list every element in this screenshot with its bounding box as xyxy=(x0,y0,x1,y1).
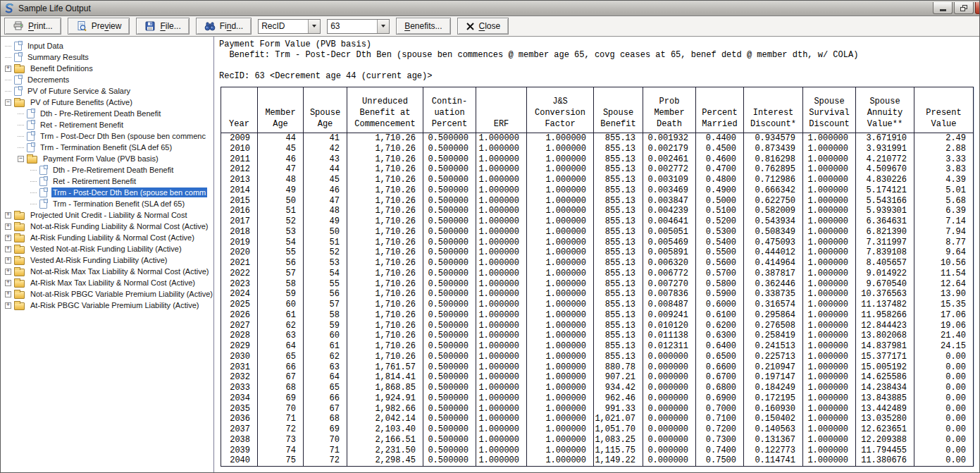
tree-item-label: Vested At-Risk Funding Liability (Active… xyxy=(29,255,168,265)
table-cell: 9.670540 xyxy=(856,279,914,290)
table-cell: 64 xyxy=(258,341,304,352)
table-cell: 1.000000 xyxy=(476,372,527,383)
table-cell: 855.13 xyxy=(594,164,643,175)
table-row: 201954511,710.260.5000001.0000001.000000… xyxy=(221,238,974,248)
tree-item[interactable]: Trm - Post-Decr Dth Ben (spouse ben comm xyxy=(2,187,213,198)
tree-item[interactable]: +Vested Not-at-Risk Funding Liability (A… xyxy=(2,243,213,254)
table-cell: 12.209388 xyxy=(856,435,914,446)
table-cell: 0.762895 xyxy=(744,164,803,175)
table-cell: 1.000000 xyxy=(803,175,856,185)
minimize-button[interactable] xyxy=(933,2,953,14)
collapse-icon[interactable]: − xyxy=(18,156,24,162)
expand-icon[interactable]: + xyxy=(5,246,11,252)
tree-item[interactable]: +At-Risk PBGC Variable Premium Liability… xyxy=(2,300,213,311)
tree-item[interactable]: Decrements xyxy=(2,74,213,85)
table-cell: 0.122773 xyxy=(744,446,803,456)
tree-item[interactable]: Input Data xyxy=(2,40,213,51)
dropdown-arrow-icon[interactable] xyxy=(308,20,320,33)
table-cell: 1,710.26 xyxy=(347,144,423,154)
tree-item[interactable]: +Not-at-Risk Max Tax Liability & Normal … xyxy=(2,266,213,277)
expand-icon[interactable]: + xyxy=(5,235,11,241)
folder-icon xyxy=(14,246,25,254)
tree-item[interactable]: Trm - Termination Benefit (SLA def 65) xyxy=(2,142,213,153)
table-cell: 17.06 xyxy=(914,310,974,321)
table-cell: 49 xyxy=(258,185,304,196)
column-header: ProbMemberDeath xyxy=(643,87,696,133)
expand-icon[interactable]: + xyxy=(5,212,11,219)
expand-icon[interactable]: + xyxy=(5,269,11,275)
benefits-button[interactable]: Benefits... xyxy=(396,18,450,35)
table-cell: 1.000000 xyxy=(803,352,856,362)
tree-item[interactable]: Trm - Termination Benefit (SLA def 65) xyxy=(2,198,213,209)
table-cell: 0.5400 xyxy=(696,238,744,248)
tree-item[interactable]: −PV of Future Benefits (Active) xyxy=(2,97,213,108)
preview-button[interactable]: Preview xyxy=(68,18,130,35)
printer-icon xyxy=(13,20,24,32)
restore-icon xyxy=(960,5,967,11)
table-cell: 0.712986 xyxy=(744,175,803,185)
tree-item[interactable]: +At-Risk Funding Liability & Normal Cost… xyxy=(2,232,213,243)
payment-form-value-table: YearMemberAgeSpouseAgeUnreducedBenefit a… xyxy=(221,87,974,467)
table-cell: 1.000000 xyxy=(527,404,594,414)
expand-icon[interactable]: + xyxy=(5,66,11,72)
table-cell: 8.405657 xyxy=(856,258,914,269)
table-cell: 66 xyxy=(304,393,347,404)
table-cell: 7.839108 xyxy=(856,247,914,258)
table-cell: 0.500000 xyxy=(423,321,476,331)
table-row: 202661581,710.260.5000001.0000001.000000… xyxy=(221,310,974,321)
table-cell: 2011 xyxy=(221,154,258,165)
tree-item[interactable]: +Vested At-Risk Funding Liability (Activ… xyxy=(2,254,213,266)
tree-item[interactable]: Ret - Retirement Benefit xyxy=(2,119,213,130)
folder-icon xyxy=(14,223,25,231)
table-row: 203671682,042.140.5000001.0000001.000000… xyxy=(221,414,974,424)
tree-item[interactable]: +At-Risk Max Tax Liability & Normal Cost… xyxy=(2,277,213,288)
table-cell: 1,710.26 xyxy=(347,206,423,216)
table-cell: 1.000000 xyxy=(476,227,527,238)
collapse-icon[interactable]: − xyxy=(5,99,11,106)
tree-item[interactable]: Dth - Pre-Retirement Death Benefit xyxy=(2,164,213,176)
restore-button[interactable] xyxy=(954,2,974,14)
close-button[interactable] xyxy=(975,2,979,14)
recid-value-combo[interactable]: 63 xyxy=(327,19,390,34)
tree-item[interactable]: +Benefit Definitions xyxy=(2,63,213,74)
tree-item[interactable]: +Not-at-Risk PBGC Variable Premium Liabi… xyxy=(2,288,213,300)
table-cell: 0.4900 xyxy=(696,185,744,196)
tree-item[interactable]: PV of Future Service & Salary xyxy=(2,85,213,97)
find-button[interactable]: Find... xyxy=(196,18,252,35)
expand-icon[interactable]: + xyxy=(5,291,11,297)
expand-icon[interactable]: + xyxy=(5,280,11,286)
tree-item-label: Input Data xyxy=(26,41,65,51)
close-output-button[interactable]: Close xyxy=(457,18,509,35)
table-cell: 0.000000 xyxy=(643,404,696,414)
table-cell: 75 xyxy=(258,455,304,466)
table-cell: 1,021.07 xyxy=(594,414,643,424)
tree-item[interactable]: −Payment Form Value (PVB basis) xyxy=(2,153,213,164)
file-button[interactable]: File... xyxy=(136,18,189,35)
binoculars-icon xyxy=(204,20,216,32)
print-button[interactable]: Print... xyxy=(4,18,61,35)
table-cell: 0.338735 xyxy=(744,289,803,300)
dropdown-arrow-icon[interactable] xyxy=(377,20,389,33)
expand-icon[interactable]: + xyxy=(5,223,11,230)
table-cell: 70 xyxy=(258,404,304,414)
tree-connector xyxy=(30,192,37,193)
table-cell: 0.500000 xyxy=(423,258,476,269)
recid-field-combo[interactable]: RecID xyxy=(258,19,321,34)
table-cell: 11.958266 xyxy=(856,310,914,321)
tree-item[interactable]: +Not-at-Risk Funding Liability & Normal … xyxy=(2,221,213,232)
tree-item[interactable]: +Projected Unit Credit - Liability & Nor… xyxy=(2,209,213,221)
table-cell: 0.000000 xyxy=(643,455,696,466)
table-cell: 2,298.45 xyxy=(347,455,423,466)
table-cell: 0.500000 xyxy=(423,341,476,352)
tree-item[interactable]: Trm - Post-Decr Dth Ben (spouse ben comm… xyxy=(2,130,213,142)
expand-icon[interactable]: + xyxy=(5,257,11,264)
tree-item[interactable]: Summary Results xyxy=(2,51,213,63)
tree-item[interactable]: Ret - Retirement Benefit xyxy=(2,176,213,187)
expand-icon[interactable]: + xyxy=(5,302,11,309)
table-cell: 13.442489 xyxy=(856,404,914,414)
tree-item[interactable]: Dth - Pre-Retirement Death Benefit xyxy=(2,108,213,119)
table-row: 203368651,868.850.5000001.0000001.000000… xyxy=(221,383,974,393)
table-cell: 51 xyxy=(304,238,347,248)
table-cell: 855.13 xyxy=(594,310,643,321)
table-cell: 0.00 xyxy=(914,435,974,446)
